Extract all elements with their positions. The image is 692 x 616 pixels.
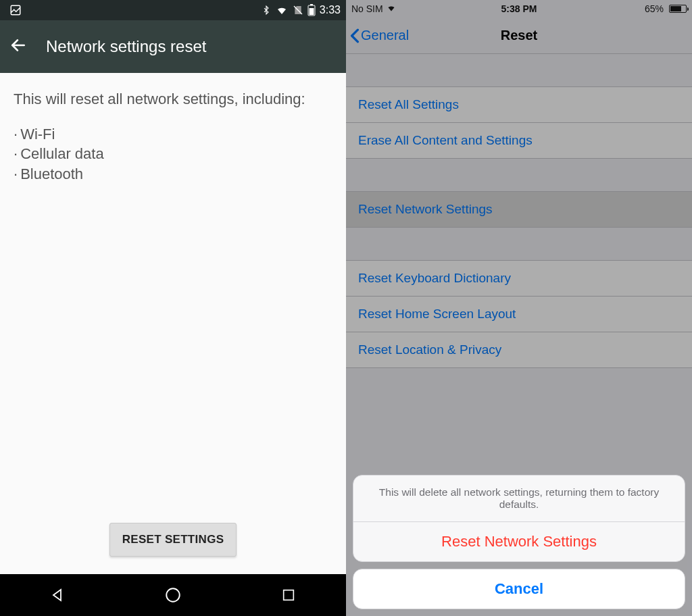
status-time: 3:33 bbox=[320, 4, 341, 16]
carrier-text: No SIM bbox=[351, 3, 383, 14]
svg-rect-4 bbox=[309, 8, 314, 15]
sheet-message: This will delete all network settings, r… bbox=[353, 476, 685, 522]
intro-text: This will reset all network settings, in… bbox=[14, 89, 332, 109]
wifi-icon bbox=[275, 5, 289, 16]
bullet-item: Bluetooth bbox=[14, 164, 332, 184]
back-arrow-icon[interactable] bbox=[9, 36, 27, 57]
sheet-destructive-button[interactable]: Reset Network Settings bbox=[353, 522, 685, 561]
nav-recent-icon[interactable] bbox=[231, 588, 345, 602]
battery-pct: 65% bbox=[645, 3, 664, 14]
battery-icon bbox=[307, 4, 316, 16]
svg-rect-7 bbox=[283, 590, 293, 600]
bluetooth-icon bbox=[262, 4, 271, 16]
android-screen: 3:33 Network settings reset This will re… bbox=[0, 0, 346, 616]
wifi-icon bbox=[386, 3, 397, 14]
sheet-cancel-button[interactable]: Cancel bbox=[353, 569, 685, 609]
battery-icon bbox=[669, 5, 687, 13]
android-app-bar: Network settings reset bbox=[0, 20, 346, 73]
action-sheet: This will delete all network settings, r… bbox=[353, 475, 685, 609]
nav-home-icon[interactable] bbox=[116, 586, 230, 604]
svg-rect-3 bbox=[310, 4, 313, 5]
bullet-item: Cellular data bbox=[14, 144, 332, 164]
svg-point-6 bbox=[166, 588, 180, 602]
bullet-list: Wi-Fi Cellular data Bluetooth bbox=[14, 124, 332, 184]
picture-icon bbox=[9, 4, 22, 16]
ios-screen: No SIM 5:38 PM 65% General Reset bbox=[346, 0, 692, 616]
nav-back-icon[interactable] bbox=[1, 587, 115, 603]
android-status-bar: 3:33 bbox=[0, 0, 346, 20]
android-nav-bar bbox=[0, 574, 346, 616]
bullet-item: Wi-Fi bbox=[14, 124, 332, 145]
no-sim-icon bbox=[293, 5, 303, 16]
reset-settings-button[interactable]: RESET SETTINGS bbox=[109, 523, 237, 557]
svg-rect-0 bbox=[11, 5, 20, 15]
android-body: This will reset all network settings, in… bbox=[0, 73, 346, 523]
page-title: Network settings reset bbox=[46, 37, 206, 56]
